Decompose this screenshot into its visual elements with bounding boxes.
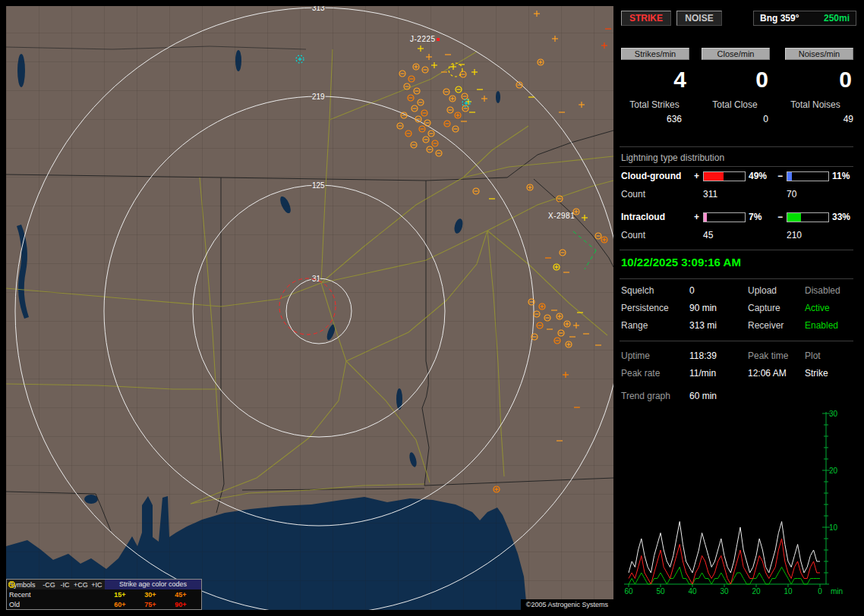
- strike-symbol-cm: [595, 233, 601, 239]
- ic-negative-gauge: [787, 212, 829, 222]
- strike-symbol-cp: [539, 303, 545, 310]
- receiver-status: Enabled: [805, 320, 838, 331]
- capture-label: Capture: [748, 303, 780, 313]
- strike-symbol-cm: [444, 121, 450, 127]
- strike-symbol-cm: [404, 83, 410, 90]
- cg-positive-count: 311: [703, 189, 717, 200]
- strike-symbol-cm: [411, 142, 417, 148]
- strike-symbol-dot: [437, 38, 440, 41]
- range-rings: 31321912531: [15, 6, 613, 610]
- strike-symbol-cm: [432, 140, 438, 146]
- separator: [620, 146, 853, 147]
- strike-symbol-p: [579, 102, 585, 108]
- legend-row-label: Recent: [7, 591, 41, 599]
- strike-symbol-cm: [443, 89, 449, 95]
- noise-mode-button[interactable]: NOISE: [676, 11, 721, 26]
- cloud-ground-label: Cloud-ground: [621, 171, 681, 181]
- legend-col--IC: -IC: [57, 581, 73, 589]
- strike-symbol-cm: [428, 130, 434, 137]
- trend-x-tick: 20: [752, 587, 761, 596]
- strike-symbol-cm: [557, 196, 563, 202]
- copyright-text: ©2005 Astrogenic Systems: [521, 599, 613, 610]
- plot-label: Plot: [805, 350, 821, 361]
- close-rate-value: 0: [700, 67, 768, 93]
- strike-symbol-cm: [436, 150, 442, 156]
- legend-col-+IC: +IC: [89, 581, 105, 589]
- alarm-ring: [279, 278, 336, 335]
- total-noises-value: 49: [790, 114, 853, 124]
- plot-value: Strike: [805, 368, 828, 379]
- total-close-label: Total Close: [697, 99, 773, 110]
- bearing-value: Bng 359°: [760, 13, 799, 24]
- noises-rate-value: 0: [784, 67, 852, 93]
- strike-symbol-cm: [558, 330, 564, 336]
- strike-symbol-cm: [537, 322, 543, 328]
- strike-symbol-cm: [399, 71, 405, 77]
- strike-symbol-cm: [408, 95, 414, 101]
- count-label: Count: [621, 230, 645, 240]
- strike-symbol-cm: [419, 126, 425, 132]
- strike-symbol-cm: [456, 86, 462, 93]
- storm-cell-label: X-2981: [548, 212, 575, 220]
- trend-y-tick: 30: [829, 410, 838, 418]
- cloud-ground-count-row: Count 311 70: [616, 189, 858, 200]
- strike-symbol-cm: [447, 107, 453, 113]
- noises-per-min-button[interactable]: Noises/min: [785, 48, 853, 60]
- minus-sign: −: [777, 212, 783, 222]
- cg-negative-percent: 11%: [832, 171, 850, 181]
- legend-symbol-+IC: [7, 580, 17, 589]
- receiver-label: Receiver: [748, 320, 784, 331]
- legend-age-value: 75+: [135, 601, 166, 608]
- strike-symbol-cm: [554, 338, 560, 344]
- strike-symbol-p: [426, 54, 432, 60]
- legend-col--CG: -CG: [41, 581, 57, 589]
- ic-negative-count: 210: [787, 230, 802, 240]
- total-strikes-value: 636: [618, 114, 682, 124]
- strike-symbol-cp: [564, 321, 570, 327]
- lightning-map[interactable]: 31321912531J-2225X-2981 Symbols-CG-IC+CG…: [6, 6, 613, 610]
- strike-symbol-cp: [557, 313, 563, 319]
- intracloud-row: Intracloud + 7% − 33%: [616, 212, 858, 222]
- strike-symbol-cm: [397, 123, 403, 129]
- strike-mode-button[interactable]: STRIKE: [621, 11, 671, 26]
- range-value: 250mi: [824, 13, 850, 24]
- ring-label: 219: [312, 93, 325, 101]
- strike-symbol-cm: [534, 311, 540, 317]
- strike-symbol-cp: [553, 264, 560, 270]
- strike-symbol-cm: [452, 126, 459, 132]
- strike-symbol-cm: [421, 110, 427, 116]
- datetime-display: 10/22/2025 3:09:16 AM: [621, 256, 741, 269]
- bearing-range-readout: Bng 359° 250mi: [753, 11, 856, 26]
- ic-positive-percent: 7%: [749, 212, 762, 222]
- legend-row-Old: Old60+75+90+: [7, 599, 201, 609]
- trend-x-tick: 30: [720, 587, 729, 596]
- strike-symbol-cm: [414, 88, 420, 94]
- trend-series-strikes-min: [629, 522, 820, 574]
- strike-symbol-cp: [527, 184, 533, 190]
- close-per-min-button[interactable]: Close/min: [702, 48, 770, 60]
- strike-symbol-cm: [427, 146, 433, 152]
- squelch-label: Squelch: [621, 285, 654, 296]
- strike-symbol-p: [573, 322, 579, 328]
- trend-graph-label: Trend graph: [621, 391, 670, 401]
- upload-status: Disabled: [805, 285, 840, 296]
- strike-symbol-p: [534, 11, 540, 17]
- peak-time-label: Peak time: [748, 350, 788, 361]
- legend-header: Symbols-CG-IC+CG+ICStrike age color code…: [7, 580, 201, 589]
- strike-symbol-p: [481, 96, 487, 102]
- ring-label: 313: [312, 6, 325, 12]
- legend-row-label: Old: [7, 601, 41, 608]
- separator: [620, 341, 853, 341]
- distribution-title: Lightning type distribution: [621, 152, 724, 163]
- strike-symbol-cp: [538, 59, 544, 65]
- strike-symbol-cm: [544, 315, 550, 321]
- separator: [620, 166, 853, 167]
- legend-age-value: 90+: [166, 601, 196, 608]
- map-overlay: 31321912531J-2225X-2981: [6, 6, 613, 610]
- intracloud-count-row: Count 45 210: [616, 230, 858, 240]
- strike-symbol-cp: [449, 96, 456, 102]
- trend-x-tick: 10: [784, 587, 793, 596]
- strike-symbol-p: [601, 42, 607, 49]
- strike-symbol-cm: [422, 67, 428, 73]
- strikes-per-min-button[interactable]: Strikes/min: [621, 48, 689, 60]
